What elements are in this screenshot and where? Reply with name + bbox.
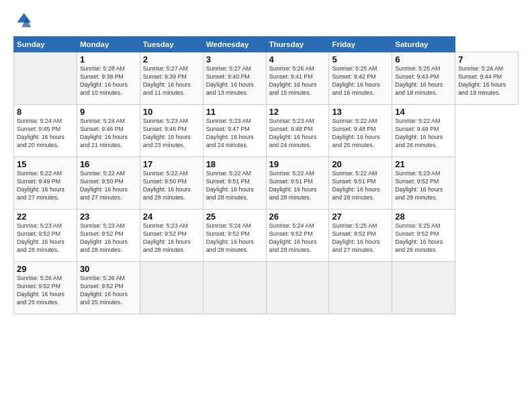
day-cell-30: 30Sunrise: 5:26 AMSunset: 9:52 PMDayligh… (77, 262, 140, 314)
day-number: 19 (269, 159, 326, 169)
day-number: 18 (206, 159, 263, 169)
day-number: 21 (395, 159, 452, 169)
day-cell-20: 20Sunrise: 5:22 AMSunset: 9:51 PMDayligh… (329, 157, 392, 210)
header (13, 11, 519, 30)
day-number: 2 (143, 54, 200, 64)
cell-info: Sunrise: 5:23 AMSunset: 9:52 PMDaylight:… (395, 170, 452, 202)
col-header-tuesday: Tuesday (140, 37, 203, 52)
day-number: 8 (17, 107, 74, 117)
day-cell-3: 3Sunrise: 5:27 AMSunset: 9:40 PMDaylight… (203, 52, 266, 105)
day-number: 16 (80, 159, 137, 169)
day-number: 10 (143, 107, 200, 117)
week-row-3: 15Sunrise: 5:22 AMSunset: 9:49 PMDayligh… (14, 157, 519, 210)
cell-info: Sunrise: 5:22 AMSunset: 9:51 PMDaylight:… (332, 170, 389, 202)
logo (13, 11, 35, 30)
day-cell-21: 21Sunrise: 5:23 AMSunset: 9:52 PMDayligh… (392, 157, 455, 210)
week-row-4: 22Sunrise: 5:23 AMSunset: 9:52 PMDayligh… (14, 210, 519, 262)
day-number: 3 (206, 54, 263, 64)
cell-info: Sunrise: 5:24 AMSunset: 9:52 PMDaylight:… (206, 222, 263, 255)
cell-info: Sunrise: 5:24 AMSunset: 9:52 PMDaylight:… (269, 222, 326, 255)
empty-cell (392, 262, 455, 314)
day-cell-11: 11Sunrise: 5:23 AMSunset: 9:47 PMDayligh… (203, 105, 266, 157)
day-number: 6 (395, 54, 452, 64)
day-cell-6: 6Sunrise: 5:25 AMSunset: 9:43 PMDaylight… (392, 52, 455, 105)
day-number: 30 (80, 264, 137, 274)
col-header-wednesday: Wednesday (203, 37, 266, 52)
empty-cell (329, 262, 392, 314)
col-header-monday: Monday (77, 37, 140, 52)
day-cell-25: 25Sunrise: 5:24 AMSunset: 9:52 PMDayligh… (203, 210, 266, 262)
day-number: 24 (143, 212, 200, 222)
day-cell-22: 22Sunrise: 5:23 AMSunset: 9:52 PMDayligh… (14, 210, 77, 262)
cell-info: Sunrise: 5:22 AMSunset: 9:48 PMDaylight:… (332, 118, 389, 150)
day-cell-18: 18Sunrise: 5:22 AMSunset: 9:51 PMDayligh… (203, 157, 266, 210)
day-number: 27 (332, 212, 389, 222)
day-number: 1 (80, 54, 137, 64)
cell-info: Sunrise: 5:22 AMSunset: 9:50 PMDaylight:… (80, 170, 137, 202)
day-cell-15: 15Sunrise: 5:22 AMSunset: 9:49 PMDayligh… (14, 157, 77, 210)
week-row-2: 8Sunrise: 5:24 AMSunset: 9:45 PMDaylight… (14, 105, 519, 157)
day-number: 29 (17, 264, 74, 274)
cell-info: Sunrise: 5:23 AMSunset: 9:52 PMDaylight:… (143, 222, 200, 255)
cell-info: Sunrise: 5:22 AMSunset: 9:50 PMDaylight:… (143, 170, 200, 202)
day-number: 26 (269, 212, 326, 222)
day-cell-14: 14Sunrise: 5:22 AMSunset: 9:49 PMDayligh… (392, 105, 455, 157)
cell-info: Sunrise: 5:22 AMSunset: 9:51 PMDaylight:… (269, 170, 326, 202)
col-header-thursday: Thursday (266, 37, 329, 52)
day-cell-2: 2Sunrise: 5:27 AMSunset: 9:39 PMDaylight… (140, 52, 203, 105)
day-cell-7: 7Sunrise: 5:24 AMSunset: 9:44 PMDaylight… (455, 52, 519, 105)
cell-info: Sunrise: 5:25 AMSunset: 9:42 PMDaylight:… (332, 65, 389, 97)
cell-info: Sunrise: 5:26 AMSunset: 9:52 PMDaylight:… (80, 275, 137, 307)
day-cell-19: 19Sunrise: 5:22 AMSunset: 9:51 PMDayligh… (266, 157, 329, 210)
cell-info: Sunrise: 5:22 AMSunset: 9:49 PMDaylight:… (395, 118, 452, 150)
day-number: 22 (17, 212, 74, 222)
cell-info: Sunrise: 5:26 AMSunset: 9:41 PMDaylight:… (269, 65, 326, 97)
header-row: SundayMondayTuesdayWednesdayThursdayFrid… (14, 37, 519, 52)
day-number: 20 (332, 159, 389, 169)
cell-info: Sunrise: 5:23 AMSunset: 9:46 PMDaylight:… (143, 118, 200, 150)
day-cell-10: 10Sunrise: 5:23 AMSunset: 9:46 PMDayligh… (140, 105, 203, 157)
cell-info: Sunrise: 5:24 AMSunset: 9:45 PMDaylight:… (17, 118, 74, 150)
svg-marker-0 (17, 13, 31, 23)
cell-info: Sunrise: 5:23 AMSunset: 9:47 PMDaylight:… (206, 118, 263, 150)
day-number: 14 (395, 107, 452, 117)
calendar-page: SundayMondayTuesdayWednesdayThursdayFrid… (0, 0, 532, 411)
cell-info: Sunrise: 5:27 AMSunset: 9:39 PMDaylight:… (143, 65, 200, 97)
day-cell-5: 5Sunrise: 5:25 AMSunset: 9:42 PMDaylight… (329, 52, 392, 105)
logo-icon (13, 11, 32, 30)
week-row-5: 29Sunrise: 5:26 AMSunset: 9:52 PMDayligh… (14, 262, 519, 314)
cell-info: Sunrise: 5:23 AMSunset: 9:52 PMDaylight:… (80, 222, 137, 255)
day-number: 13 (332, 107, 389, 117)
cell-info: Sunrise: 5:25 AMSunset: 9:52 PMDaylight:… (332, 222, 389, 255)
day-cell-1: 1Sunrise: 5:28 AMSunset: 9:38 PMDaylight… (77, 52, 140, 105)
cell-info: Sunrise: 5:23 AMSunset: 9:52 PMDaylight:… (17, 222, 74, 255)
cell-info: Sunrise: 5:28 AMSunset: 9:38 PMDaylight:… (80, 65, 137, 97)
col-header-friday: Friday (329, 37, 392, 52)
cell-info: Sunrise: 5:24 AMSunset: 9:46 PMDaylight:… (80, 118, 137, 150)
empty-cell (203, 262, 266, 314)
col-header-sunday: Sunday (14, 37, 77, 52)
empty-cell (140, 262, 203, 314)
col-header-saturday: Saturday (392, 37, 455, 52)
cell-info: Sunrise: 5:22 AMSunset: 9:51 PMDaylight:… (206, 170, 263, 202)
day-cell-13: 13Sunrise: 5:22 AMSunset: 9:48 PMDayligh… (329, 105, 392, 157)
day-cell-23: 23Sunrise: 5:23 AMSunset: 9:52 PMDayligh… (77, 210, 140, 262)
day-number: 12 (269, 107, 326, 117)
day-number: 7 (458, 54, 515, 64)
cell-info: Sunrise: 5:22 AMSunset: 9:49 PMDaylight:… (17, 170, 74, 202)
day-cell-12: 12Sunrise: 5:23 AMSunset: 9:48 PMDayligh… (266, 105, 329, 157)
day-number: 17 (143, 159, 200, 169)
day-number: 9 (80, 107, 137, 117)
day-cell-8: 8Sunrise: 5:24 AMSunset: 9:45 PMDaylight… (14, 105, 77, 157)
cell-info: Sunrise: 5:26 AMSunset: 9:52 PMDaylight:… (17, 275, 74, 307)
day-cell-24: 24Sunrise: 5:23 AMSunset: 9:52 PMDayligh… (140, 210, 203, 262)
empty-cell (14, 52, 77, 105)
day-cell-28: 28Sunrise: 5:25 AMSunset: 9:52 PMDayligh… (392, 210, 455, 262)
cell-info: Sunrise: 5:25 AMSunset: 9:43 PMDaylight:… (395, 65, 452, 97)
cell-info: Sunrise: 5:24 AMSunset: 9:44 PMDaylight:… (458, 65, 515, 97)
day-number: 25 (206, 212, 263, 222)
day-number: 28 (395, 212, 452, 222)
day-cell-29: 29Sunrise: 5:26 AMSunset: 9:52 PMDayligh… (14, 262, 77, 314)
day-number: 4 (269, 54, 326, 64)
day-number: 5 (332, 54, 389, 64)
